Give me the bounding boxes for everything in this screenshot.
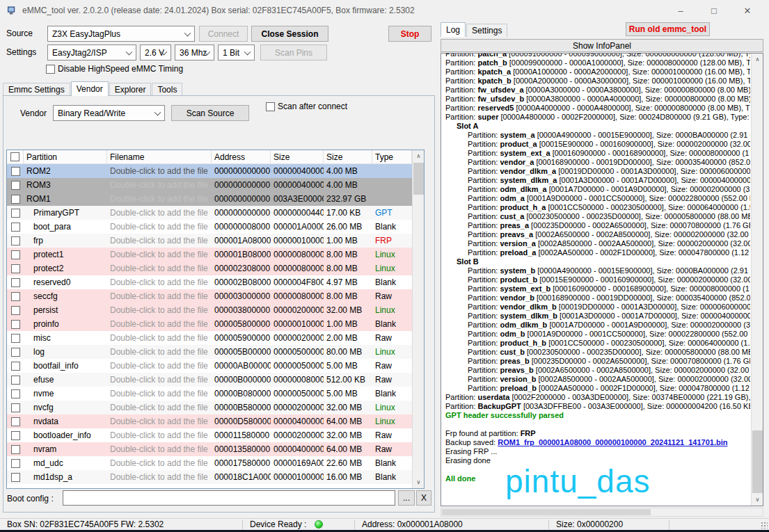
table-row[interactable]: efuseDouble-click to add the file00000B0…: [7, 373, 424, 387]
row-checkbox[interactable]: [11, 181, 20, 190]
table-row[interactable]: boot_paraDouble-click to add the file000…: [7, 220, 424, 234]
select-all-checkbox[interactable]: [10, 152, 19, 161]
row-checkbox[interactable]: [11, 403, 20, 412]
log-scrollbar-thumb[interactable]: [752, 430, 763, 493]
boot-config-browse-button[interactable]: ...: [398, 490, 415, 506]
table-row[interactable]: logDouble-click to add the file000005B00…: [7, 345, 424, 359]
source-dropdown[interactable]: Z3X EasyJtagPlus: [47, 26, 195, 42]
voltage-dropdown[interactable]: 2.6 V: [140, 45, 171, 61]
table-row[interactable]: nvmeDouble-click to add the file00000B08…: [7, 387, 424, 401]
row-checkbox[interactable]: [11, 389, 20, 398]
scroll-up-icon[interactable]: ∧: [752, 54, 763, 65]
scan-pins-button[interactable]: Scan Pins: [260, 45, 327, 61]
scroll-up-icon[interactable]: ∧: [413, 150, 425, 162]
cell-filename[interactable]: Double-click to add the file: [107, 261, 212, 275]
tab-log[interactable]: Log: [441, 22, 466, 37]
row-checkbox[interactable]: [11, 292, 20, 301]
cell-filename[interactable]: Double-click to add the file: [107, 331, 212, 345]
table-row[interactable]: persistDouble-click to add the file00000…: [7, 303, 424, 317]
row-checkbox[interactable]: [11, 264, 20, 273]
resize-grip[interactable]: [761, 522, 768, 529]
cell-filename[interactable]: Double-click to add the file: [107, 442, 212, 456]
table-row[interactable]: ROM1Double-click to add the file00000000…: [7, 192, 424, 206]
scan-source-button[interactable]: Scan Source: [171, 105, 249, 121]
connect-button[interactable]: Connect: [199, 26, 248, 42]
row-checkbox[interactable]: [11, 473, 20, 482]
row-checkbox[interactable]: [11, 167, 20, 176]
row-checkbox[interactable]: [11, 250, 20, 259]
table-row[interactable]: bootloader_infoDouble-click to add the f…: [7, 428, 424, 442]
cell-filename[interactable]: Double-click to add the file: [107, 192, 212, 206]
row-checkbox[interactable]: [11, 223, 20, 232]
cell-filename[interactable]: Double-click to add the file: [107, 345, 212, 359]
row-checkbox[interactable]: [11, 362, 20, 371]
cell-filename[interactable]: Double-click to add the file: [107, 220, 212, 234]
table-row[interactable]: nvcfgDouble-click to add the file00000B5…: [7, 401, 424, 414]
boot-config-input[interactable]: [63, 490, 395, 506]
row-checkbox[interactable]: [11, 320, 20, 329]
row-checkbox[interactable]: [11, 236, 20, 245]
row-checkbox[interactable]: [11, 348, 20, 357]
row-checkbox[interactable]: [11, 431, 20, 440]
table-row[interactable]: reserved0Double-click to add the file000…: [7, 275, 424, 289]
table-row[interactable]: seccfgDouble-click to add the file000003…: [7, 289, 424, 303]
table-row[interactable]: md1dsp_aDouble-click to add the file0000…: [7, 470, 424, 484]
cell-filename[interactable]: Double-click to add the file: [107, 275, 212, 289]
run-old-emmc-tool-button[interactable]: Run old emmc_tool: [626, 22, 710, 36]
cell-filename[interactable]: Double-click to add the file: [107, 234, 212, 248]
row-checkbox[interactable]: [11, 376, 20, 385]
table-row[interactable]: nvramDouble-click to add the file0000135…: [7, 442, 424, 456]
row-checkbox[interactable]: [11, 334, 20, 343]
row-checkbox[interactable]: [11, 459, 20, 468]
cell-filename[interactable]: Double-click to add the file: [107, 317, 212, 331]
tab-tools[interactable]: Tools: [152, 83, 182, 96]
scroll-down-icon[interactable]: ∨: [752, 494, 763, 506]
cell-filename[interactable]: Double-click to add the file: [107, 456, 212, 470]
scan-after-connect-checkbox[interactable]: [266, 102, 275, 111]
row-checkbox[interactable]: [11, 306, 20, 315]
scroll-down-icon[interactable]: ∨: [413, 476, 425, 488]
tab-vendor[interactable]: Vendor: [71, 81, 109, 96]
vendor-mode-dropdown[interactable]: Binary Read/Write: [53, 105, 165, 121]
table-row[interactable]: frpDouble-click to add the file000001A08…: [7, 234, 424, 248]
tab-explorer[interactable]: Explorer: [109, 83, 152, 96]
frequency-dropdown[interactable]: 36 Mhz: [175, 45, 214, 61]
cell-filename[interactable]: Double-click to add the file: [107, 303, 212, 317]
log-hscrollbar-thumb[interactable]: [442, 509, 651, 515]
cell-filename[interactable]: Double-click to add the file: [107, 164, 212, 178]
tab-settings[interactable]: Settings: [466, 24, 507, 37]
table-row[interactable]: ROM3Double-click to add the file00000000…: [7, 178, 424, 192]
cell-filename[interactable]: Double-click to add the file: [107, 414, 212, 428]
cell-filename[interactable]: Double-click to add the file: [107, 428, 212, 442]
row-checkbox[interactable]: [11, 417, 20, 426]
table-row[interactable]: protect2Double-click to add the file0000…: [7, 261, 424, 275]
cell-filename[interactable]: Double-click to add the file: [107, 401, 212, 414]
close-button[interactable]: ✕: [731, 0, 763, 21]
table-row[interactable]: bootfail_infoDouble-click to add the fil…: [7, 359, 424, 373]
table-row[interactable]: nvdataDouble-click to add the file00000D…: [7, 414, 424, 428]
cell-filename[interactable]: Double-click to add the file: [107, 387, 212, 401]
tab-emmc-settings[interactable]: Emmc Settings: [3, 83, 70, 96]
row-checkbox[interactable]: [11, 195, 20, 204]
row-checkbox[interactable]: [11, 445, 20, 454]
show-infopanel-button[interactable]: Show InfoPanel: [441, 39, 763, 52]
cell-filename[interactable]: Double-click to add the file: [107, 178, 212, 192]
cell-filename[interactable]: Double-click to add the file: [107, 470, 212, 484]
table-row[interactable]: PrimaryGPTDouble-click to add the file00…: [7, 206, 424, 220]
close-session-button[interactable]: Close Session: [251, 26, 328, 42]
bus-width-dropdown[interactable]: 1 Bit: [218, 45, 255, 61]
row-checkbox[interactable]: [11, 209, 20, 218]
boot-config-clear-button[interactable]: X: [416, 490, 431, 506]
table-row[interactable]: proinfoDouble-click to add the file00000…: [7, 317, 424, 331]
highspeed-checkbox[interactable]: [46, 65, 55, 74]
stop-button[interactable]: Stop: [388, 26, 431, 42]
table-row[interactable]: md_udcDouble-click to add the file000017…: [7, 456, 424, 470]
cell-filename[interactable]: Double-click to add the file: [107, 206, 212, 220]
cell-filename[interactable]: Double-click to add the file: [107, 373, 212, 387]
log-scrollbar[interactable]: ∧ ∨: [751, 54, 763, 506]
backup-file-link[interactable]: ROM1_frp_000001A08000_000000100000_20241…: [498, 438, 727, 446]
table-row[interactable]: protect1Double-click to add the file0000…: [7, 248, 424, 261]
cell-filename[interactable]: Double-click to add the file: [107, 359, 212, 373]
minimize-button[interactable]: –: [665, 0, 697, 21]
scrollbar-thumb[interactable]: [413, 163, 424, 195]
